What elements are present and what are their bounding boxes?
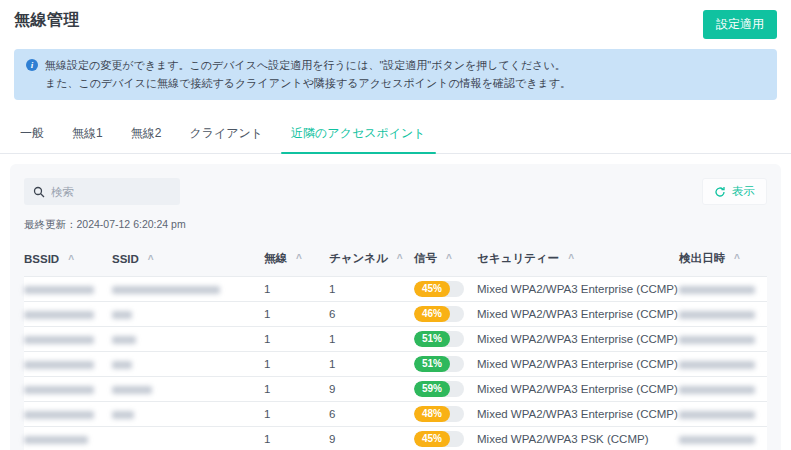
- tab-1[interactable]: 無線1: [58, 116, 117, 153]
- cell-ssid: [112, 402, 264, 427]
- cell-signal: 59%: [414, 377, 477, 402]
- signal-bar: 51%: [414, 331, 464, 347]
- cell-security: Mixed WPA2/WPA3 Enterprise (CCMP): [477, 352, 679, 377]
- signal-bar: 45%: [414, 431, 464, 447]
- cell-channel: 1: [329, 327, 414, 352]
- column-header[interactable]: 信号^: [414, 242, 477, 277]
- redacted-value: [679, 311, 755, 319]
- sort-caret-icon[interactable]: ^: [296, 253, 302, 264]
- signal-value-badge: 48%: [414, 406, 450, 422]
- apply-settings-button[interactable]: 設定適用: [703, 10, 777, 39]
- table-row: 1646%Mixed WPA2/WPA3 Enterprise (CCMP): [24, 302, 767, 327]
- page-title: 無線管理: [14, 10, 80, 31]
- cell-channel: 9: [329, 377, 414, 402]
- column-header[interactable]: セキュリティー^: [477, 242, 679, 277]
- cell-ssid: [112, 377, 264, 402]
- column-header[interactable]: チャンネル^: [329, 242, 414, 277]
- redacted-value: [112, 411, 134, 419]
- cell-radio: 1: [264, 352, 329, 377]
- redacted-value: [112, 311, 132, 319]
- cell-signal: 45%: [414, 427, 477, 450]
- toolbar: 表示: [24, 178, 767, 205]
- cell-bssid: [24, 327, 112, 352]
- cell-ssid: [112, 277, 264, 302]
- page-header: 無線管理 設定適用: [0, 0, 791, 47]
- table-row: 1145%Mixed WPA2/WPA3 Enterprise (CCMP): [24, 277, 767, 302]
- cell-ssid: [112, 427, 264, 450]
- table-row: 1151%Mixed WPA2/WPA3 Enterprise (CCMP): [24, 327, 767, 352]
- cell-channel: 6: [329, 302, 414, 327]
- cell-security: Mixed WPA2/WPA3 Enterprise (CCMP): [477, 327, 679, 352]
- search-input[interactable]: [51, 186, 171, 198]
- cell-signal: 46%: [414, 302, 477, 327]
- sort-caret-icon[interactable]: ^: [568, 253, 574, 264]
- info-icon: i: [26, 59, 38, 71]
- redacted-value: [24, 336, 94, 344]
- redacted-value: [24, 361, 94, 369]
- column-header[interactable]: BSSID^: [24, 242, 112, 277]
- cell-bssid: [24, 377, 112, 402]
- redacted-value: [679, 336, 755, 344]
- cell-detected: [679, 402, 767, 427]
- info-banner-line2: また、このデバイスに無線で接続するクライアントや隣接するアクセスポイントの情報を…: [45, 74, 571, 92]
- last-updated-value: 2024-07-12 6:20:24 pm: [77, 218, 186, 230]
- tab-2[interactable]: 無線2: [117, 116, 176, 153]
- sort-caret-icon[interactable]: ^: [397, 253, 403, 264]
- signal-bar: 45%: [414, 281, 464, 297]
- tab-3[interactable]: クライアント: [175, 116, 277, 153]
- info-banner-line1: 無線設定の変更ができます。このデバイスへ設定適用を行うには、"設定適用"ボタンを…: [45, 56, 571, 74]
- sort-caret-icon[interactable]: ^: [148, 254, 154, 265]
- cell-detected: [679, 277, 767, 302]
- refresh-display-button[interactable]: 表示: [702, 178, 767, 205]
- signal-value-badge: 45%: [414, 431, 450, 447]
- column-header[interactable]: 無線^: [264, 242, 329, 277]
- tab-4[interactable]: 近隣のアクセスポイント: [277, 116, 440, 153]
- cell-security: Mixed WPA2/WPA3 Enterprise (CCMP): [477, 302, 679, 327]
- info-banner: i 無線設定の変更ができます。このデバイスへ設定適用を行うには、"設定適用"ボタ…: [14, 49, 777, 100]
- sort-caret-icon[interactable]: ^: [734, 253, 740, 264]
- table-row: 1945%Mixed WPA2/WPA3 PSK (CCMP): [24, 427, 767, 450]
- cell-radio: 1: [264, 377, 329, 402]
- cell-radio: 1: [264, 302, 329, 327]
- signal-value-badge: 46%: [414, 306, 450, 322]
- column-header[interactable]: SSID^: [112, 242, 264, 277]
- redacted-value: [679, 411, 755, 419]
- cell-security: Mixed WPA2/WPA3 Enterprise (CCMP): [477, 277, 679, 302]
- column-header[interactable]: 検出日時^: [679, 242, 767, 277]
- redacted-value: [679, 286, 755, 294]
- redacted-value: [24, 386, 94, 394]
- sort-caret-icon[interactable]: ^: [446, 253, 452, 264]
- redacted-value: [24, 311, 94, 319]
- redacted-value: [679, 386, 755, 394]
- content-card: 表示 最終更新：2024-07-12 6:20:24 pm BSSID^SSID…: [10, 164, 781, 450]
- tab-bar: 一般無線1無線2クライアント近隣のアクセスポイント: [0, 116, 791, 154]
- signal-bar: 51%: [414, 356, 464, 372]
- redacted-value: [679, 361, 755, 369]
- signal-value-badge: 45%: [414, 281, 450, 297]
- cell-channel: 1: [329, 277, 414, 302]
- redacted-value: [679, 436, 755, 444]
- cell-radio: 1: [264, 327, 329, 352]
- signal-bar: 48%: [414, 406, 464, 422]
- redacted-value: [112, 286, 220, 294]
- tab-0[interactable]: 一般: [6, 116, 58, 153]
- table-row: 1959%Mixed WPA2/WPA3 Enterprise (CCMP): [24, 377, 767, 402]
- cell-radio: 1: [264, 402, 329, 427]
- cell-channel: 1: [329, 352, 414, 377]
- sort-caret-icon[interactable]: ^: [68, 254, 74, 265]
- cell-signal: 48%: [414, 402, 477, 427]
- redacted-value: [112, 336, 136, 344]
- signal-value-badge: 59%: [414, 381, 450, 397]
- table-row: 1648%Mixed WPA2/WPA3 Enterprise (CCMP): [24, 402, 767, 427]
- refresh-button-label: 表示: [732, 184, 755, 199]
- table-row: 1151%Mixed WPA2/WPA3 Enterprise (CCMP): [24, 352, 767, 377]
- access-point-table: BSSID^SSID^無線^チャンネル^信号^セキュリティー^検出日時^ 114…: [24, 242, 767, 450]
- cell-ssid: [112, 327, 264, 352]
- cell-radio: 1: [264, 427, 329, 450]
- cell-ssid: [112, 352, 264, 377]
- search-box[interactable]: [24, 178, 180, 205]
- redacted-value: [24, 286, 94, 294]
- cell-security: Mixed WPA2/WPA3 Enterprise (CCMP): [477, 402, 679, 427]
- redacted-value: [112, 361, 132, 369]
- signal-value-badge: 51%: [414, 356, 450, 372]
